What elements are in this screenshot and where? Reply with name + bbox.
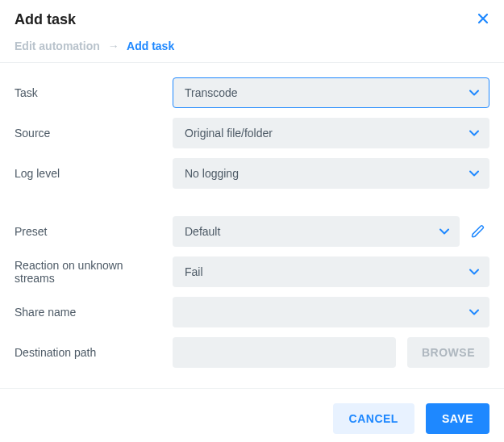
preset-select-value: Default (185, 225, 220, 238)
source-select[interactable]: Original file/folder (173, 118, 489, 148)
chevron-down-icon (469, 269, 479, 275)
chevron-right-icon: → (108, 40, 119, 52)
close-icon[interactable] (477, 12, 489, 27)
task-select-value: Transcode (185, 86, 238, 99)
log-level-label: Log level (15, 167, 173, 180)
preset-label: Preset (15, 225, 173, 238)
log-level-select[interactable]: No logging (173, 158, 489, 189)
chevron-down-icon (469, 90, 479, 96)
save-button[interactable]: SAVE (426, 403, 489, 434)
breadcrumb: Edit automation → Add task (15, 40, 489, 52)
cancel-button[interactable]: CANCEL (333, 403, 414, 434)
share-name-label: Share name (15, 306, 173, 319)
breadcrumb-current: Add task (127, 40, 174, 52)
share-name-select[interactable] (173, 297, 489, 327)
task-label: Task (15, 86, 173, 99)
dialog-title: Add task (15, 11, 76, 28)
destination-path-input[interactable] (173, 337, 396, 368)
browse-button[interactable]: BROWSE (407, 337, 489, 368)
chevron-down-icon (469, 130, 479, 136)
chevron-down-icon (469, 170, 479, 177)
source-select-value: Original file/folder (185, 127, 273, 140)
log-level-select-value: No logging (185, 167, 239, 180)
reaction-label: Reaction on unknown streams (15, 259, 173, 285)
task-select[interactable]: Transcode (173, 77, 489, 108)
reaction-select[interactable]: Fail (173, 256, 489, 287)
reaction-select-value: Fail (185, 265, 203, 278)
preset-select[interactable]: Default (173, 216, 460, 247)
chevron-down-icon (439, 228, 449, 235)
chevron-down-icon (469, 309, 479, 315)
source-label: Source (15, 127, 173, 140)
breadcrumb-prev[interactable]: Edit automation (15, 40, 100, 52)
edit-preset-icon[interactable] (471, 224, 485, 239)
destination-path-label: Destination path (15, 346, 173, 359)
